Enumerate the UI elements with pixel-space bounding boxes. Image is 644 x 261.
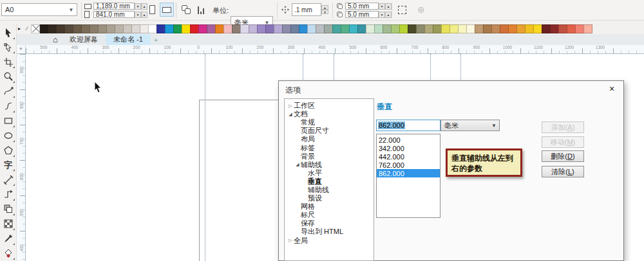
color-swatch[interactable]: [366, 24, 375, 33]
color-swatch[interactable]: [324, 24, 333, 33]
guide-list-item[interactable]: 342.000: [377, 144, 440, 152]
no-color-swatch[interactable]: [31, 24, 40, 33]
tree-item-文档[interactable]: ◢文档: [285, 110, 374, 118]
color-swatch[interactable]: [223, 24, 232, 33]
freehand-tool[interactable]: [1, 85, 15, 99]
color-swatch[interactable]: [115, 24, 124, 33]
landscape-button[interactable]: [160, 3, 174, 17]
tab-welcome[interactable]: 欢迎屏幕: [62, 34, 106, 45]
guide-list[interactable]: 22.000342.000442.000762.000862.000: [376, 134, 440, 218]
color-swatch[interactable]: [73, 24, 82, 33]
color-swatch[interactable]: [332, 24, 341, 33]
color-swatch[interactable]: [265, 24, 274, 33]
tree-item-垂直[interactable]: 垂直: [285, 177, 374, 186]
color-swatch[interactable]: [416, 24, 425, 33]
guide-list-item[interactable]: 442.000: [377, 152, 440, 161]
rectangle-tool[interactable]: [1, 114, 15, 128]
current-page-button[interactable]: [194, 3, 208, 17]
color-swatch[interactable]: [64, 24, 73, 33]
duplicate-y-field[interactable]: 5.0 mm: [345, 11, 379, 18]
connector-tool[interactable]: [1, 188, 15, 202]
duplicate-y-spinner[interactable]: ▼▲: [379, 12, 392, 18]
color-swatch[interactable]: [391, 24, 400, 33]
page-height-field[interactable]: 841.0 mm: [93, 11, 135, 18]
color-swatch[interactable]: [558, 24, 567, 33]
color-swatch[interactable]: [232, 24, 241, 33]
tree-item-辅助线[interactable]: 辅助线: [285, 186, 374, 194]
tree-item-页面尺寸[interactable]: 页面尺寸: [285, 127, 374, 135]
color-swatch[interactable]: [567, 24, 576, 33]
tree-item-网格[interactable]: 网格: [285, 203, 374, 211]
color-swatch[interactable]: [48, 24, 57, 33]
color-swatch[interactable]: [257, 24, 266, 33]
color-swatch[interactable]: [516, 24, 526, 33]
color-swatch[interactable]: [148, 24, 157, 33]
bspline-tool[interactable]: [1, 99, 15, 113]
color-swatch[interactable]: [106, 24, 115, 33]
new-tab-button[interactable]: +: [151, 34, 161, 45]
color-swatch[interactable]: [533, 24, 542, 33]
guide-units-combo[interactable]: 毫米 ▼: [440, 120, 500, 131]
drop-shadow-tool[interactable]: [1, 203, 15, 217]
duplicate-x-spinner[interactable]: ▼▲: [379, 3, 392, 10]
color-swatch[interactable]: [274, 24, 283, 33]
color-swatch[interactable]: [483, 24, 492, 33]
tree-collapsed-icon[interactable]: ▷: [287, 104, 294, 109]
home-icon[interactable]: ⌂: [49, 34, 62, 45]
tree-expanded-icon[interactable]: ◢: [287, 112, 294, 117]
color-swatch[interactable]: [56, 24, 65, 33]
color-swatch[interactable]: [81, 24, 90, 33]
color-swatch[interactable]: [249, 24, 258, 33]
color-swatch[interactable]: [399, 24, 408, 33]
tree-item-工作区[interactable]: ▷工作区: [285, 102, 374, 110]
chevron-down-icon[interactable]: ▼: [67, 6, 75, 14]
tree-item-导出到 HTML[interactable]: 导出到 HTML: [285, 228, 374, 236]
guide-position-input[interactable]: 862.000: [376, 120, 440, 131]
zoom-tool[interactable]: [1, 70, 15, 84]
text-tool[interactable]: 字: [1, 158, 15, 172]
tree-item-全局[interactable]: ▷全局: [285, 237, 374, 245]
color-swatch[interactable]: [542, 24, 551, 33]
color-swatch[interactable]: [383, 24, 392, 33]
chevron-down-icon[interactable]: ▼: [491, 123, 497, 129]
color-swatch[interactable]: [500, 24, 509, 33]
paper-size-combo[interactable]: A0 ▼: [1, 3, 77, 16]
transparency-tool[interactable]: [1, 217, 15, 231]
tree-item-水平[interactable]: 水平: [285, 169, 374, 177]
color-swatch[interactable]: [491, 24, 500, 33]
fill-tool[interactable]: [1, 246, 15, 260]
color-swatch[interactable]: [215, 24, 224, 33]
portrait-button[interactable]: [145, 3, 159, 17]
eyedropper-tool[interactable]: [1, 231, 15, 246]
tree-item-标尺[interactable]: 标尺: [285, 211, 374, 219]
page-width-field[interactable]: 1,189.0 mm: [93, 3, 135, 10]
tree-item-标签[interactable]: 标签: [285, 143, 374, 152]
color-swatch[interactable]: [165, 24, 174, 33]
color-swatch[interactable]: [424, 24, 433, 33]
color-swatch[interactable]: [341, 24, 350, 33]
color-swatch[interactable]: [98, 24, 107, 33]
color-swatch[interactable]: [575, 24, 584, 33]
all-pages-button[interactable]: [179, 3, 193, 17]
tree-item-背景[interactable]: 背景: [285, 152, 374, 161]
color-swatch[interactable]: [508, 24, 517, 33]
color-swatch[interactable]: [290, 24, 299, 33]
color-swatch[interactable]: [316, 24, 325, 33]
pick-tool[interactable]: [1, 26, 15, 40]
color-swatch[interactable]: [240, 24, 249, 33]
color-swatch[interactable]: [190, 24, 199, 33]
color-swatch[interactable]: [182, 24, 191, 33]
color-swatch[interactable]: [408, 24, 417, 33]
color-swatch[interactable]: [90, 24, 99, 33]
color-swatch[interactable]: [140, 24, 149, 33]
ellipse-tool[interactable]: [1, 129, 15, 143]
tree-item-布局[interactable]: 布局: [285, 135, 374, 143]
color-swatch[interactable]: [450, 24, 459, 33]
vertical-ruler[interactable]: 900800700600500400: [17, 54, 26, 261]
清除-button[interactable]: 清除(L): [542, 166, 584, 177]
vertical-guide[interactable]: [205, 54, 205, 261]
crop-tool[interactable]: [1, 55, 15, 69]
color-swatch[interactable]: [173, 24, 182, 33]
shape-tool[interactable]: [1, 40, 15, 55]
palette-pen-icon[interactable]: ∕: [23, 26, 31, 32]
